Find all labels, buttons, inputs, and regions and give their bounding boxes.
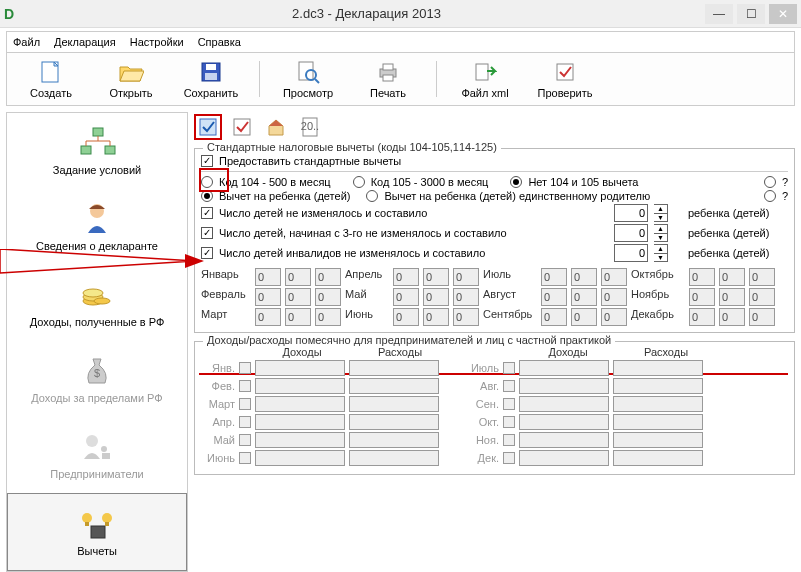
jan-enable[interactable] [239, 362, 251, 374]
svg-rect-11 [557, 64, 573, 80]
xml-button[interactable]: Файл xml [449, 57, 521, 101]
radio-child-deduction[interactable] [201, 190, 213, 202]
jan-income[interactable] [255, 360, 345, 376]
svg-text:$: $ [94, 367, 100, 379]
children-3plus-const-checkbox[interactable] [201, 227, 213, 239]
children-3plus-input[interactable]: 0 [614, 224, 648, 242]
tab-standard[interactable] [194, 114, 222, 140]
provide-standard-label: Предоставить стандартные вычеты [219, 155, 401, 167]
monthly-income-expense-group: Доходы/расходы помесячно для предпринима… [194, 341, 795, 475]
spinner[interactable]: ▲▼ [654, 224, 668, 242]
svg-rect-27 [85, 522, 89, 526]
tab-losses[interactable]: 20.. [296, 114, 324, 140]
conditions-icon [77, 124, 117, 160]
svg-rect-12 [93, 128, 103, 136]
new-file-icon [40, 59, 62, 85]
children-count-const-checkbox[interactable] [201, 207, 213, 219]
svg-rect-24 [91, 526, 105, 538]
radio-q2[interactable] [764, 190, 776, 202]
menu-bar: Файл Декларация Настройки Справка [6, 31, 795, 53]
left-nav: Задание условий Сведения о декларанте До… [6, 112, 188, 572]
spinner[interactable]: ▲▼ [654, 244, 668, 262]
svg-point-26 [102, 513, 112, 523]
svg-rect-29 [200, 119, 216, 135]
svg-rect-14 [105, 146, 115, 154]
group-legend: Доходы/расходы помесячно для предпринима… [203, 334, 615, 346]
svg-rect-30 [234, 119, 250, 135]
svg-rect-28 [105, 522, 109, 526]
radio-q1[interactable] [764, 176, 776, 188]
svg-rect-3 [205, 73, 217, 80]
entrepreneur-icon [80, 428, 114, 464]
open-button[interactable]: Открыть [95, 57, 167, 101]
menu-file[interactable]: Файл [13, 36, 40, 48]
jan-c1[interactable]: 0 [255, 268, 281, 286]
svg-rect-13 [81, 146, 91, 154]
main-toolbar: Создать Открыть Сохранить Просмотр Печат… [6, 53, 795, 106]
nav-entrepreneur[interactable]: Предприниматели [7, 417, 187, 493]
svg-text:20..: 20.. [301, 120, 319, 132]
nav-conditions[interactable]: Задание условий [7, 113, 187, 189]
preview-button[interactable]: Просмотр [272, 57, 344, 101]
toolbar-separator [436, 61, 437, 97]
export-icon [473, 59, 497, 85]
create-button[interactable]: Создать [15, 57, 87, 101]
provide-standard-checkbox[interactable] [201, 155, 213, 167]
print-button[interactable]: Печать [352, 57, 424, 101]
minimize-button[interactable]: — [705, 4, 733, 24]
children-count-input[interactable]: 0 [614, 204, 648, 222]
nav-income-abroad[interactable]: $ Доходы за пределами РФ [7, 341, 187, 417]
radio-child-single-parent[interactable] [366, 190, 378, 202]
radio-code-105[interactable] [353, 176, 365, 188]
nav-income-rf[interactable]: Доходы, полученные в РФ [7, 265, 187, 341]
nav-declarant[interactable]: Сведения о декларанте [7, 189, 187, 265]
coins-icon [80, 276, 114, 312]
menu-declaration[interactable]: Декларация [54, 36, 116, 48]
month-grid: Январь000 Апрель000 Июль000 Октябрь000 Ф… [201, 268, 788, 326]
title-bar: D 2.dc3 - Декларация 2013 — ☐ ✕ [0, 0, 801, 28]
nav-deductions[interactable]: Вычеты [7, 493, 187, 571]
save-icon [200, 59, 222, 85]
tab-property[interactable] [262, 114, 290, 140]
tab-social[interactable] [228, 114, 256, 140]
jan-c3[interactable]: 0 [315, 268, 341, 286]
svg-rect-10 [476, 64, 488, 80]
svg-rect-2 [206, 64, 216, 70]
radio-code-104[interactable] [201, 176, 213, 188]
app-icon: D [4, 6, 20, 22]
check-icon [554, 59, 576, 85]
deductions-pane: 20.. Стандартные налоговые вычеты (коды … [188, 112, 795, 572]
svg-rect-23 [102, 453, 110, 459]
svg-point-25 [82, 513, 92, 523]
close-button[interactable]: ✕ [769, 4, 797, 24]
printer-icon [376, 59, 400, 85]
svg-point-21 [86, 435, 98, 447]
group-legend: Стандартные налоговые вычеты (коды 104-1… [203, 141, 501, 153]
svg-rect-8 [383, 64, 393, 70]
jan-expense[interactable] [349, 360, 439, 376]
svg-point-19 [94, 298, 110, 304]
svg-rect-9 [383, 75, 393, 81]
standard-deductions-group: Стандартные налоговые вычеты (коды 104-1… [194, 148, 795, 333]
money-bag-icon: $ [83, 352, 111, 388]
check-button[interactable]: Проверить [529, 57, 601, 101]
folder-open-icon [118, 59, 144, 85]
preview-icon [296, 59, 320, 85]
radio-none[interactable] [510, 176, 522, 188]
svg-point-18 [83, 289, 103, 297]
spinner[interactable]: ▲▼ [654, 204, 668, 222]
toolbar-separator [259, 61, 260, 97]
svg-line-6 [315, 79, 319, 83]
children-disabled-const-checkbox[interactable] [201, 247, 213, 259]
children-disabled-input[interactable]: 0 [614, 244, 648, 262]
person-icon [82, 200, 112, 236]
window-title: 2.dc3 - Декларация 2013 [28, 6, 705, 21]
deductions-icon [77, 505, 117, 541]
jan-c2[interactable]: 0 [285, 268, 311, 286]
save-button[interactable]: Сохранить [175, 57, 247, 101]
maximize-button[interactable]: ☐ [737, 4, 765, 24]
svg-point-22 [101, 446, 107, 452]
menu-settings[interactable]: Настройки [130, 36, 184, 48]
menu-help[interactable]: Справка [198, 36, 241, 48]
